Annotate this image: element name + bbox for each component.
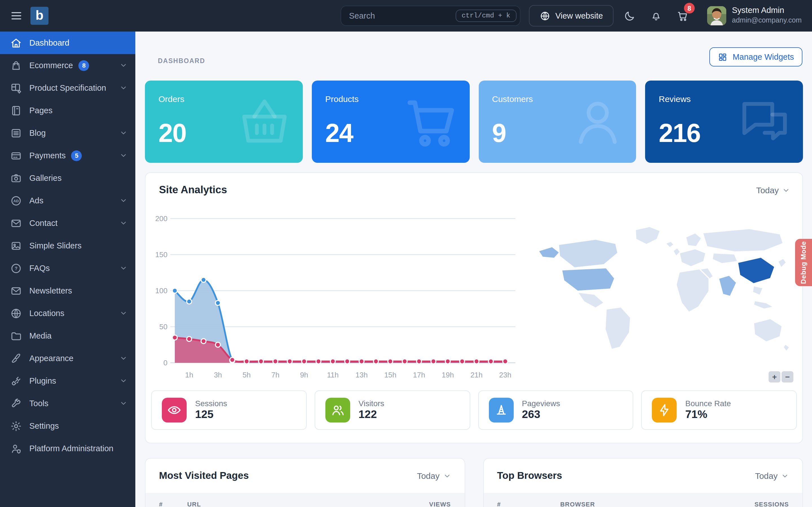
sidebar-item[interactable]: Settings [0,414,135,437]
metric-chip: Visitors 122 [315,390,470,430]
map-region-new-zealand [783,344,790,351]
sidebar-item-label: Dashboard [29,38,69,47]
map-zoom-out-button[interactable]: − [781,371,794,383]
sidebar-item[interactable]: Galleries [0,167,135,189]
analytics-range-dropdown[interactable]: Today [756,185,790,195]
sidebar-item[interactable]: Ecommerce 8 [0,54,135,76]
sidebar-item[interactable]: Media [0,325,135,347]
metric-chip-label: Sessions [195,399,227,408]
map-region-usa [562,268,615,291]
svg-text:50: 50 [159,323,167,331]
map-region-central-asia [712,253,738,264]
sidebar-item-label: Platform Administration [29,444,113,453]
stat-card-value: 24 [325,118,353,148]
metric-chip-value: 122 [359,408,384,421]
sidebar-item[interactable]: Dashboard [0,32,135,54]
stat-card[interactable]: Orders 20 [145,80,303,163]
sidebar-item[interactable]: Simple Sliders [0,234,135,257]
stat-card[interactable]: Reviews 216 [645,80,803,163]
debug-mode-label: Debug Mode [800,241,808,284]
sidebar-item-label: Blog [29,128,46,137]
stat-card-value: 20 [158,118,186,148]
chevron-down-icon [119,399,128,407]
map-region-scandinavia [686,233,702,247]
most-visited-pages-title: Most Visited Pages [159,470,417,482]
column-header: VIEWS [429,501,451,507]
map-region-south-america [605,307,630,349]
top-browsers-range-dropdown[interactable]: Today [755,471,789,481]
svg-text:200: 200 [155,214,167,223]
metric-chip-icon [162,398,187,422]
sidebar-item[interactable]: Pages [0,99,135,122]
svg-text:0: 0 [163,358,167,367]
chevron-down-icon [782,186,790,194]
sidebar-item-icon [10,37,22,49]
metric-chip-icon [489,398,513,422]
manage-widgets-button[interactable]: Manage Widgets [709,47,802,66]
chevron-down-icon [781,472,789,480]
debug-mode-ribbon[interactable]: Debug Mode [795,239,812,286]
app-logo[interactable]: b [31,7,49,25]
sidebar-item[interactable]: Contact [0,212,135,234]
sidebar-item[interactable]: Blog [0,122,135,144]
view-website-button[interactable]: View website [529,5,613,26]
sidebar-item[interactable]: ? FAQs [0,257,135,279]
stat-card[interactable]: Products 24 [312,80,470,163]
sidebar-item-icon [10,307,22,319]
map-region-iceland [666,241,674,248]
svg-text:?: ? [15,266,17,271]
sidebar-item-icon: ? [10,262,22,274]
sidebar-item[interactable]: Payments 5 [0,144,135,167]
svg-text:21h: 21h [470,371,483,379]
sidebar-item-icon [10,375,22,387]
dark-mode-toggle-icon[interactable] [624,10,636,22]
metric-chip: Sessions 125 [151,390,307,430]
sidebar-item[interactable]: Platform Administration [0,437,135,460]
sidebar-item[interactable]: Newsletters [0,279,135,302]
sidebar-item-label: Settings [29,421,59,431]
metric-chip-icon [652,398,677,422]
map-region-australia [754,319,782,342]
user-info[interactable]: System Admin admin@company.com [732,5,802,25]
sidebar-item[interactable]: Product Specification [0,76,135,99]
table-header-row: # BROWSER SESSIONS [484,493,802,507]
menu-icon[interactable] [9,10,24,22]
search-input[interactable]: Search ctrl/cmd + k [341,6,520,26]
sidebar-item[interactable]: Tools [0,392,135,414]
avatar[interactable] [707,6,726,25]
map-zoom-in-button[interactable]: + [769,371,780,383]
sidebar-item[interactable]: Plugins [0,370,135,392]
analytics-area-chart: 0501001502001h3h5h7h9h11h13h15h17h19h21h… [150,212,515,381]
sidebar-item-icon [10,397,22,409]
stat-card-value: 9 [492,118,506,148]
sidebar-item[interactable]: AD Ads [0,189,135,212]
sidebar-item[interactable]: Appearance [0,347,135,370]
metric-chip-value: 125 [195,408,227,421]
logo-letter: b [36,9,43,22]
svg-text:19h: 19h [442,371,454,379]
sidebar-item-icon [10,59,22,71]
svg-text:9h: 9h [300,371,308,379]
map-region-china [738,257,775,284]
top-browsers-title: Top Browsers [497,470,755,482]
sidebar-item-icon: AD [10,194,22,207]
sidebar-item-badge: 8 [79,60,89,71]
sidebar-item-icon [10,127,22,139]
svg-text:13h: 13h [356,371,368,379]
visitors-world-map[interactable] [527,220,792,367]
sidebar-item-icon [10,420,22,432]
metric-chip-label: Pageviews [522,399,560,408]
sidebar-item-label: Ads [29,196,43,205]
metric-chip-value: 263 [522,408,560,421]
notifications-bell-icon[interactable] [650,10,662,22]
sidebar-item-icon [10,240,22,251]
sidebar-item[interactable]: Locations [0,302,135,325]
svg-text:23h: 23h [499,371,511,379]
table-header-row: # URL VIEWS [146,493,464,507]
stat-card[interactable]: Customers 9 [478,80,637,163]
svg-text:5h: 5h [243,371,251,379]
map-region-africa [676,269,709,313]
chevron-down-icon [119,309,128,317]
most-visited-range-dropdown[interactable]: Today [417,471,451,481]
chevron-down-icon [119,219,128,227]
